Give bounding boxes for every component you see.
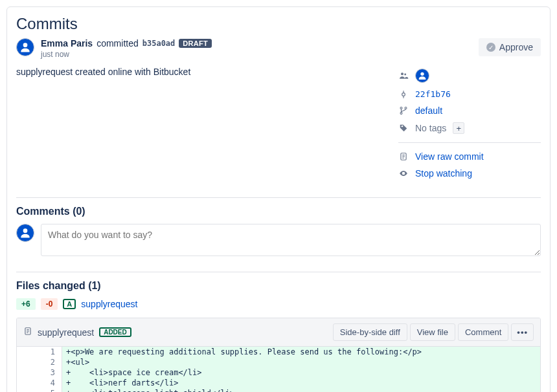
eye-icon xyxy=(398,169,409,178)
file-icon xyxy=(398,152,409,161)
commit-header: Emma Paris committed b35a0ad DRAFT just … xyxy=(16,38,541,59)
added-badge: ADDED xyxy=(99,327,131,337)
diff-line: 5+ <li>telescope light shield</li> xyxy=(17,388,540,392)
no-tags-text: No tags xyxy=(415,123,446,133)
diff-line: 3+ <li>space ice cream</li> xyxy=(17,367,540,378)
diff-line: 4+ <li>nerf darts</li> xyxy=(17,378,540,388)
svg-point-4 xyxy=(402,93,405,96)
commit-timestamp: just now xyxy=(41,50,212,59)
file-status-badge: A xyxy=(63,299,76,309)
side-by-side-button[interactable]: Side-by-side diff xyxy=(333,323,407,341)
svg-point-16 xyxy=(23,228,28,233)
commit-icon xyxy=(398,90,409,99)
author-name: Emma Paris xyxy=(41,38,93,49)
svg-point-8 xyxy=(405,107,407,109)
svg-point-1 xyxy=(401,72,404,75)
diff-line: 1+<p>We are requesting additional suppli… xyxy=(17,347,540,357)
branch-link[interactable]: default xyxy=(415,105,442,116)
line-number: 1 xyxy=(17,347,62,357)
view-raw-link[interactable]: View raw commit xyxy=(415,151,484,162)
svg-point-10 xyxy=(402,126,403,127)
approve-button[interactable]: ✓ Approve xyxy=(479,38,541,56)
parent-hash-link[interactable]: 22f1b76 xyxy=(415,89,451,99)
comment-input[interactable] xyxy=(41,224,541,256)
tag-icon xyxy=(398,124,409,133)
view-file-button[interactable]: View file xyxy=(410,323,455,341)
files-changed-heading: Files changed (1) xyxy=(16,280,541,292)
line-content: + <li>space ice cream</li> xyxy=(62,367,540,378)
diff-panel: supplyrequest ADDED Side-by-side diff Vi… xyxy=(16,318,541,392)
deletions-badge: -0 xyxy=(41,298,58,310)
commit-verb: committed xyxy=(97,38,139,49)
line-content: + <li>telescope light shield</li> xyxy=(62,388,540,392)
approve-label: Approve xyxy=(499,42,533,52)
commit-message: supplyrequest created online with Bitbuc… xyxy=(16,65,385,182)
svg-point-15 xyxy=(403,173,404,174)
line-number: 5 xyxy=(17,388,62,392)
svg-point-2 xyxy=(404,74,406,76)
line-content: + <li>nerf darts</li> xyxy=(62,378,540,388)
page-title: Commits xyxy=(16,15,541,33)
diff-line: 2+<ul> xyxy=(17,357,540,367)
comments-heading: Comments (0) xyxy=(16,206,541,217)
file-link[interactable]: supplyrequest xyxy=(81,299,137,309)
check-circle-icon: ✓ xyxy=(486,43,495,52)
line-number: 4 xyxy=(17,378,62,388)
additions-badge: +6 xyxy=(16,298,36,310)
svg-point-7 xyxy=(400,107,402,109)
svg-point-3 xyxy=(420,72,424,76)
diff-body: 1+<p>We are requesting additional suppli… xyxy=(17,347,540,392)
commit-hash: b35a0ad xyxy=(142,39,176,48)
line-content: +<ul> xyxy=(62,357,540,367)
branch-icon xyxy=(398,106,409,115)
svg-point-0 xyxy=(23,43,28,47)
add-tag-button[interactable]: + xyxy=(453,122,464,134)
svg-point-9 xyxy=(400,113,402,114)
stop-watching-link[interactable]: Stop watching xyxy=(415,168,472,179)
line-number: 2 xyxy=(17,357,62,367)
line-content: +<p>We are requesting additional supplie… xyxy=(62,347,540,357)
meta-panel: 22f1b76 default No tags + View r xyxy=(398,65,541,182)
draft-badge: DRAFT xyxy=(179,39,212,48)
more-actions-button[interactable]: ••• xyxy=(511,323,534,341)
line-number: 3 xyxy=(17,367,62,378)
author-avatar xyxy=(16,38,34,56)
users-icon xyxy=(398,71,409,81)
comment-button[interactable]: Comment xyxy=(458,323,508,341)
contributor-avatar xyxy=(415,69,429,83)
file-icon xyxy=(23,327,32,338)
comment-avatar xyxy=(16,224,34,242)
diff-filename: supplyrequest xyxy=(38,327,94,338)
